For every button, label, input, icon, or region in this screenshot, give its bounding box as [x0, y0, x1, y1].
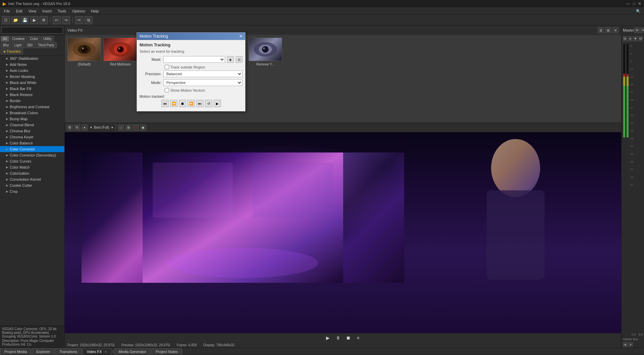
window-controls[interactable]: — □ ✕ — [626, 1, 641, 6]
fx-item-bumpmap[interactable]: ▶ Bump Map — [0, 116, 64, 122]
fx-tab-all[interactable]: All — [1, 36, 9, 42]
fx-item-colorbalance[interactable]: ▶ Color Balance — [0, 140, 64, 146]
menu-options[interactable]: Options — [70, 8, 88, 14]
fx-item-colorization[interactable]: ▶ Colorization — [0, 170, 64, 176]
fx-item-brightness[interactable]: ▶ Brightness and Contrast — [0, 104, 64, 110]
fx-item-channelblend[interactable]: ▶ Channel Blend — [0, 122, 64, 128]
mt-btn-play[interactable]: ▶ — [214, 100, 221, 107]
rp-fx-icon[interactable]: fx — [623, 36, 627, 41]
toolbar-cut[interactable]: ✂ — [75, 16, 83, 24]
fx-tab-favorites[interactable]: ★ Favorites — [1, 49, 23, 54]
fx-tab-color[interactable]: Color — [28, 36, 40, 42]
fx-item-chromablur[interactable]: ▶ Chroma Blur — [0, 128, 64, 134]
mt-btn-stop[interactable]: ⏹ — [179, 100, 186, 107]
fx-item-border[interactable]: ▶ Border — [0, 98, 64, 104]
toolbar-save[interactable]: 💾 — [21, 16, 29, 24]
rp-mute-icon[interactable]: M — [639, 36, 643, 41]
mt-btn-prev[interactable]: ⏪ — [170, 100, 177, 107]
toolbar-render[interactable]: ▶ — [30, 16, 38, 24]
minimize-button[interactable]: — — [626, 1, 630, 6]
preview-snapshot-btn[interactable]: ◉ — [140, 125, 146, 131]
mt-show-vectors-checkbox[interactable] — [165, 88, 169, 92]
fx-tab-third[interactable]: Third Party — [36, 42, 57, 48]
tab-transitions[interactable]: Transitions — [55, 348, 82, 355]
fx-tab-utility[interactable]: Utility — [41, 36, 54, 42]
mt-btn-reset[interactable]: ↺ — [205, 100, 212, 107]
fx-tab-blur[interactable]: Blur — [1, 42, 11, 48]
tab-explorer[interactable]: Explorer — [32, 348, 54, 355]
mt-btn-next[interactable]: ⏩ — [187, 100, 195, 107]
fx-item-convolution[interactable]: ▶ Convolution Kernel — [0, 176, 64, 182]
fx-item-crop[interactable]: ▶ Crop — [0, 188, 64, 194]
master-bus-close[interactable]: ✕ — [628, 342, 633, 347]
toolbar-settings[interactable]: ⚙ — [40, 16, 48, 24]
fx-tab-360[interactable]: 360 — [24, 42, 35, 48]
preview-fx-btn[interactable]: fx — [74, 125, 80, 131]
fx-item-broadcast[interactable]: ▶ Broadcast Colors — [0, 110, 64, 116]
fx-tab-light[interactable]: Light — [12, 42, 24, 48]
toolbar-redo[interactable]: ↪ — [62, 16, 70, 24]
menu-view[interactable]: View — [26, 8, 39, 14]
mt-precision-select[interactable]: Balanced — [163, 71, 243, 77]
fx-browser-list-view[interactable]: ☰ — [598, 27, 604, 33]
maximize-button[interactable]: □ — [633, 1, 635, 6]
toolbar-undo[interactable]: ↩ — [53, 16, 61, 24]
tab-project-notes[interactable]: Project Notes — [151, 348, 182, 355]
preview-pause-btn[interactable]: ⏸ — [334, 334, 342, 342]
fx-item-colorcorrector[interactable]: ▶ Color Corrector — [0, 146, 64, 152]
fx-tab-creative[interactable]: Creative — [10, 36, 27, 42]
rp-eq-icon[interactable]: ♦ — [628, 36, 633, 41]
menu-insert[interactable]: Insert — [40, 8, 54, 14]
mt-close-btn[interactable]: ✕ — [239, 34, 243, 39]
fx-search-input[interactable] — [1, 27, 63, 34]
tab-project-media[interactable]: Project Media — [0, 348, 31, 355]
fx-browser-thumb-view[interactable]: ⊞ — [605, 27, 611, 33]
rp-vol-icon[interactable]: ▼ — [633, 36, 638, 41]
menu-file[interactable]: File — [1, 8, 13, 14]
fx-thumb-remove[interactable]: Remove Y... — [249, 38, 282, 66]
rp-settings-btn[interactable]: ⚙ — [634, 28, 640, 33]
fx-item-colorcorrector-sec[interactable]: ▶ Color Corrector (Secondary) — [0, 152, 64, 158]
preview-settings-btn[interactable]: ⚙ — [67, 125, 73, 131]
fx-thumb-default[interactable]: (Default) — [67, 38, 101, 66]
preview-color-btn[interactable]: ♦ — [82, 125, 88, 131]
menu-help[interactable]: Help — [88, 8, 101, 14]
fx-thumb-red[interactable]: Red Midtones — [104, 38, 137, 66]
close-button[interactable]: ✕ — [638, 1, 641, 6]
mt-btn-start[interactable]: ⏮ — [161, 100, 169, 107]
mt-mask-select[interactable] — [163, 56, 225, 63]
preview-grid-btn[interactable]: ⊞ — [125, 125, 131, 131]
mt-track-outside-checkbox[interactable] — [165, 65, 169, 69]
mt-mask-btn2[interactable]: ⊙ — [236, 56, 243, 63]
preview-play-btn[interactable]: ▶ — [324, 334, 332, 342]
fx-item-autolooks[interactable]: ▶ Auto Looks — [0, 68, 64, 74]
tab-media-gen[interactable]: Media Generator — [114, 348, 151, 355]
preview-quality-drop[interactable]: ▾ — [111, 126, 113, 129]
master-bus-settings[interactable]: ⊞ — [623, 342, 628, 347]
mt-mask-btn1[interactable]: ◈ — [227, 56, 234, 63]
menu-tools[interactable]: Tools — [55, 8, 69, 14]
fx-item-blackrestore[interactable]: ▶ Black Restore — [0, 92, 64, 98]
mt-btn-end[interactable]: ⏭ — [196, 100, 204, 107]
fx-browser-close[interactable]: ✕ — [612, 27, 619, 33]
fx-item-bw[interactable]: ▶ Black and White — [0, 80, 64, 86]
toolbar-open[interactable]: 📁 — [11, 16, 19, 24]
preview-record-btn[interactable]: ● — [133, 125, 139, 131]
fx-item-colormatch[interactable]: ▶ Color Match — [0, 164, 64, 170]
fx-item-colorcurves[interactable]: ▶ Color Curves — [0, 158, 64, 164]
tab-video-fx-close[interactable]: ✕ — [104, 350, 107, 354]
fx-item-cookiecutter[interactable]: ▶ Cookie Cutter — [0, 182, 64, 188]
fx-item-bezier[interactable]: ▶ Bézier Masking — [0, 74, 64, 80]
toolbar-new[interactable]: 🗋 — [2, 16, 10, 24]
preview-stop-btn[interactable]: ⏹ — [344, 334, 352, 342]
fx-item-addnoise[interactable]: ▶ Add Noise — [0, 61, 64, 68]
toolbar-copy[interactable]: ⧉ — [85, 16, 93, 24]
mt-mode-select[interactable]: Perspective — [163, 79, 243, 86]
fx-item-360stab[interactable]: ▶ 360° Stabilization — [0, 55, 64, 61]
preview-split-btn[interactable]: □ — [118, 125, 124, 131]
rp-close-btn[interactable]: ✕ — [640, 28, 644, 33]
fx-item-blackbarfill[interactable]: ▶ Black Bar Fill — [0, 86, 64, 92]
menu-edit[interactable]: Edit — [13, 8, 25, 14]
tab-video-fx[interactable]: Video FX ✕ — [83, 348, 111, 355]
preview-menu-btn[interactable]: ≡ — [355, 334, 362, 342]
